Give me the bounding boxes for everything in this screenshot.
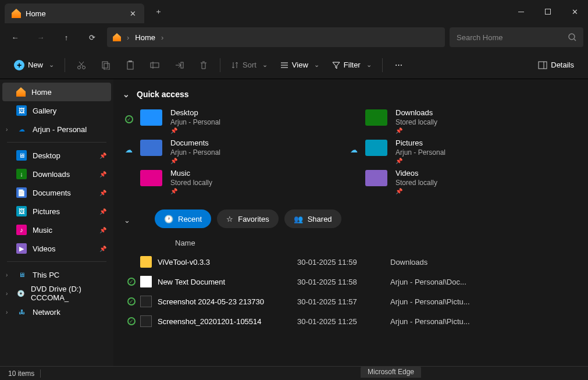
tab-home[interactable]: Home ✕ (5, 3, 144, 23)
image-file-icon (140, 296, 152, 307)
file-row[interactable]: ✓Screenshot 2024-05-23 21373030-01-2025 … (123, 292, 579, 311)
maximize-button[interactable] (534, 0, 561, 23)
view-button[interactable]: View (276, 55, 324, 75)
sidebar-item-pictures[interactable]: 🖼Pictures📌 (0, 202, 113, 221)
share-button[interactable] (169, 55, 190, 75)
rename-button[interactable] (144, 55, 165, 75)
sidebar-item-arjun-personal[interactable]: ›☁Arjun - Personal (0, 120, 113, 138)
cut-icon (77, 61, 86, 70)
up-button[interactable]: ↑ (56, 27, 77, 48)
pin-icon: 📌 (99, 246, 106, 252)
sidebar-item-dvd-drive-d-cccoma-[interactable]: ›💿DVD Drive (D:) CCCOMA_ (0, 284, 113, 303)
svg-line-7 (79, 62, 83, 66)
quick-access-downloads[interactable]: DownloadsStored locally📌 (365, 108, 579, 134)
folder-icon (365, 170, 387, 186)
text-file-icon (140, 276, 152, 287)
address-bar[interactable]: › Home › (107, 27, 445, 47)
pin-icon: 📌 (99, 190, 106, 196)
quick-access-music[interactable]: MusicStored locally📌 (140, 169, 354, 194)
details-button[interactable]: Details (533, 55, 579, 75)
content-area: ⌄ Quick access ✓DesktopArjun - Personal📌… (113, 79, 588, 366)
file-row[interactable]: ✓New Text Document30-01-2025 11:58Arjun … (123, 272, 579, 292)
sync-ok-icon: ✓ (127, 317, 136, 325)
navbar: ← → ↑ ⟳ › Home › Search Home (0, 23, 588, 51)
sidebar-item-videos[interactable]: ▶Videos📌 (0, 239, 113, 258)
close-window-button[interactable]: ✕ (561, 0, 588, 23)
filter-icon (332, 61, 340, 69)
sidebar-item-music[interactable]: ♪Music📌 (0, 221, 113, 239)
paste-button[interactable] (120, 55, 141, 75)
svg-rect-11 (129, 61, 132, 62)
separator (382, 58, 383, 72)
sidebar-item-desktop[interactable]: 🖥Desktop📌 (0, 146, 113, 165)
sidebar-item-this-pc[interactable]: ›🖥This PC (0, 265, 113, 284)
quick-access-desktop[interactable]: ✓DesktopArjun - Personal📌 (140, 108, 354, 134)
svg-point-4 (78, 66, 81, 69)
cut-button[interactable] (71, 55, 92, 75)
pin-icon: 📌 (99, 208, 106, 215)
chevron-right-icon[interactable]: › (6, 126, 8, 133)
delete-button[interactable] (193, 55, 214, 75)
sidebar: Home🖼Gallery›☁Arjun - Personal 🖥Desktop📌… (0, 79, 113, 366)
svg-rect-18 (539, 62, 547, 69)
svg-rect-8 (102, 62, 108, 68)
toolbar: +New Sort View Filter ⋯ Details (0, 51, 588, 79)
home-icon (12, 9, 21, 18)
sidebar-item-documents[interactable]: 📄Documents📌 (0, 183, 113, 202)
new-tab-button[interactable]: ＋ (149, 2, 168, 21)
chevron-right-icon: › (161, 33, 163, 42)
sidebar-item-network[interactable]: ›🖧Network (0, 303, 113, 321)
pill-recent[interactable]: 🕐Recent (155, 209, 211, 228)
close-tab-icon[interactable]: ✕ (128, 9, 137, 18)
file-row[interactable]: ✓Screenshot_20201201-10551430-01-2025 11… (123, 311, 579, 331)
home-icon (113, 33, 121, 41)
file-row[interactable]: ViVeTool-v0.3.330-01-2025 11:59Downloads (123, 252, 579, 272)
pin-icon: 📌 (170, 158, 220, 164)
list-header: Name (123, 234, 579, 252)
chevron-right-icon[interactable]: › (6, 290, 8, 297)
chevron-right-icon[interactable]: › (6, 309, 8, 315)
svg-line-6 (80, 62, 84, 66)
quick-access-header[interactable]: ⌄ Quick access (123, 86, 579, 102)
sidebar-item-home[interactable]: Home (2, 83, 111, 101)
copy-icon (101, 61, 111, 70)
breadcrumb-home[interactable]: Home (135, 33, 155, 42)
pin-icon: 📌 (99, 171, 106, 177)
more-button[interactable]: ⋯ (389, 55, 409, 75)
back-button[interactable]: ← (5, 27, 26, 48)
plus-icon: + (14, 60, 24, 70)
sidebar-item-gallery[interactable]: 🖼Gallery (0, 101, 113, 120)
refresh-button[interactable]: ⟳ (81, 27, 102, 48)
forward-button[interactable]: → (30, 27, 51, 48)
pill-shared[interactable]: 👥Shared (284, 209, 341, 228)
quick-access-videos[interactable]: VideosStored locally📌 (365, 169, 579, 194)
folder-icon (140, 170, 162, 186)
taskbar-hint: Microsoft Edge (361, 366, 421, 378)
pin-icon: 📌 (170, 188, 212, 194)
quick-access-documents[interactable]: ☁DocumentsArjun - Personal📌 (140, 138, 354, 164)
sidebar-item-downloads[interactable]: ↓Downloads📌 (0, 165, 113, 183)
search-input[interactable]: Search Home (450, 27, 583, 47)
folder-icon (140, 256, 152, 268)
minimize-button[interactable] (508, 0, 534, 23)
svg-point-2 (569, 34, 575, 40)
pin-icon: 📌 (395, 158, 446, 164)
quick-access-pictures[interactable]: ☁PicturesArjun - Personal📌 (365, 138, 579, 164)
separator (65, 58, 65, 72)
sync-ok-icon: ✓ (125, 115, 133, 123)
pill-favorites[interactable]: ☆Favorites (217, 209, 278, 228)
column-name[interactable]: Name (175, 239, 315, 247)
view-icon (280, 61, 288, 69)
sync-ok-icon: ✓ (127, 278, 136, 286)
chevron-down-icon[interactable]: ⌄ (124, 216, 130, 225)
chevron-down-icon[interactable]: ⌄ (123, 90, 130, 99)
filter-button[interactable]: Filter (327, 55, 376, 75)
svg-rect-0 (518, 12, 524, 12)
sort-button[interactable]: Sort (226, 55, 272, 75)
chevron-right-icon[interactable]: › (6, 272, 8, 278)
new-button[interactable]: +New (9, 55, 59, 75)
star-icon: ☆ (226, 215, 233, 223)
copy-button[interactable] (95, 55, 116, 75)
separator (7, 261, 106, 262)
chevron-right-icon: › (127, 33, 129, 42)
